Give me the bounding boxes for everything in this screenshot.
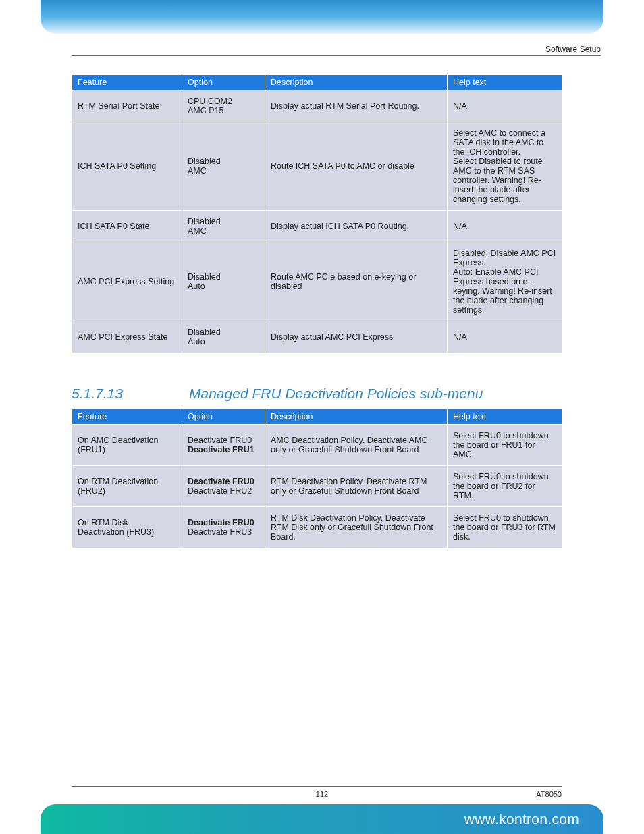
cell-feature: AMC PCI Express Setting [72,242,182,321]
cell-text: AMC Deactivation Policy. Deactivate AMC … [271,436,441,454]
col-description: Description [265,75,448,90]
cell-text: Deactivate FRU0 [188,477,259,486]
cell-help: Disabled: Disable AMC PCI Express.Auto: … [448,242,562,321]
col-option: Option [182,75,265,90]
cell-text: Disabled [188,217,259,226]
cell-text: Display actual RTM Serial Port Routing. [271,101,441,111]
cell-feature: On RTM Deactivation (FRU2) [72,466,182,507]
cell-text: ICH SATA P0 Setting [78,161,176,171]
col-description: Description [265,409,448,425]
cell-description: Route AMC PCIe based on e-keying or disa… [265,242,448,321]
cell-option: DisabledAuto [182,321,265,353]
content-area: Feature Option Description Help text RTM… [72,74,562,548]
cell-text: Deactivate FRU2 [188,486,259,496]
table-row: RTM Serial Port StateCPU COM2AMC P15Disp… [72,90,562,122]
cell-text: Deactivate FRU1 [188,445,259,454]
table-header-row: Feature Option Description Help text [72,75,562,90]
cell-option: DisabledAMC [182,122,265,211]
cell-text: N/A [453,101,556,111]
cell-option: DisabledAMC [182,211,265,242]
product-code: AT8050 [536,790,562,798]
cell-feature: RTM Serial Port State [72,90,182,122]
table-row: On RTM Disk Deactivation (FRU3)Deactivat… [72,507,562,548]
col-feature: Feature [72,409,182,425]
cell-text: AMC [188,166,259,176]
table-row: ICH SATA P0 StateDisabledAMCDisplay actu… [72,211,562,242]
cell-help: N/A [448,211,562,242]
cell-text: N/A [453,221,556,231]
cell-option: CPU COM2AMC P15 [182,90,265,122]
table-row: AMC PCI Express StateDisabledAutoDisplay… [72,321,562,353]
cell-text: Select FRU0 to shutdown the board or FRU… [453,431,556,459]
bottom-banner: www.kontron.com [41,804,603,834]
cell-text: Deactivate FRU0 [188,518,259,527]
cell-description: RTM Deactivation Policy. Deactivate RTM … [265,466,448,507]
cell-description: Display actual AMC PCI Express [265,321,448,353]
cell-option: Deactivate FRU0Deactivate FRU3 [182,507,265,548]
cell-help: Select FRU0 to shutdown the board or FRU… [448,425,562,466]
cell-feature: On RTM Disk Deactivation (FRU3) [72,507,182,548]
website-url: www.kontron.com [464,811,579,827]
cell-text: Auto [188,337,259,346]
cell-text: On AMC Deactivation (FRU1) [78,436,176,454]
col-help: Help text [448,409,562,425]
cell-text: RTM Deactivation Policy. Deactivate RTM … [271,477,441,496]
cell-text: N/A [453,332,556,342]
cell-description: Route ICH SATA P0 to AMC or disable [265,122,448,211]
cell-description: Display actual RTM Serial Port Routing. [265,90,448,122]
cell-text: Select AMC to connect a SATA disk in the… [453,128,556,157]
cell-text: On RTM Deactivation (FRU2) [78,477,176,496]
cell-option: DisabledAuto [182,242,265,321]
cell-description: Display actual ICH SATA P0 Routing. [265,211,448,242]
cell-feature: AMC PCI Express State [72,321,182,353]
cell-text: Select FRU0 to shutdown the board or FRU… [453,472,556,500]
cell-text: ICH SATA P0 State [78,221,176,231]
cell-feature: On AMC Deactivation (FRU1) [72,425,182,466]
col-help: Help text [448,75,562,90]
cell-help: Select AMC to connect a SATA disk in the… [448,122,562,211]
cell-text: AMC [188,226,259,236]
cell-text: Select Disabled to route AMC to the RTM … [453,157,556,204]
cell-description: RTM Disk Deactivation Policy. Deactivate… [265,507,448,548]
cell-text: On RTM Disk Deactivation (FRU3) [78,518,176,537]
cell-help: N/A [448,321,562,353]
section-title: Managed FRU Deactivation Policies sub-me… [189,386,483,402]
cell-feature: ICH SATA P0 Setting [72,122,182,211]
cell-text: RTM Serial Port State [78,101,176,111]
feature-table-2: Feature Option Description Help text On … [72,409,562,548]
cell-text: AMC PCI Express Setting [78,277,176,286]
cell-text: Disabled: Disable AMC PCI Express. [453,249,556,267]
cell-text: Auto: Enable AMC PCI Express based on e-… [453,267,556,315]
feature-table-1: Feature Option Description Help text RTM… [72,74,562,353]
table-row: AMC PCI Express SettingDisabledAutoRoute… [72,242,562,321]
table-row: On RTM Deactivation (FRU2)Deactivate FRU… [72,466,562,507]
table-header-row: Feature Option Description Help text [72,409,562,425]
cell-text: Select FRU0 to shutdown the board or FRU… [453,513,556,542]
cell-text: Route ICH SATA P0 to AMC or disable [271,161,441,171]
cell-help: N/A [448,90,562,122]
header-label: Software Setup [545,45,601,54]
col-feature: Feature [72,75,182,90]
cell-description: AMC Deactivation Policy. Deactivate AMC … [265,425,448,466]
cell-text: Route AMC PCIe based on e-keying or disa… [271,272,441,291]
cell-text: Display actual ICH SATA P0 Routing. [271,221,441,231]
footer-rule [72,786,562,787]
cell-feature: ICH SATA P0 State [72,211,182,242]
cell-text: Disabled [188,272,259,282]
cell-option: Deactivate FRU0Deactivate FRU1 [182,425,265,466]
cell-text: AMC P15 [188,106,259,115]
cell-help: Select FRU0 to shutdown the board or FRU… [448,466,562,507]
cell-text: Display actual AMC PCI Express [271,332,441,342]
cell-text: Disabled [188,328,259,337]
cell-text: Deactivate FRU3 [188,527,259,537]
header-rule [72,55,601,56]
page-number: 112 [316,790,328,798]
cell-help: Select FRU0 to shutdown the board or FRU… [448,507,562,548]
cell-text: RTM Disk Deactivation Policy. Deactivate… [271,513,441,542]
section-heading: 5.1.7.13 Managed FRU Deactivation Polici… [72,386,562,402]
cell-text: Auto [188,282,259,291]
cell-text: AMC PCI Express State [78,332,176,342]
section-number: 5.1.7.13 [72,386,139,402]
cell-text: Deactivate FRU0 [188,436,259,445]
col-option: Option [182,409,265,425]
